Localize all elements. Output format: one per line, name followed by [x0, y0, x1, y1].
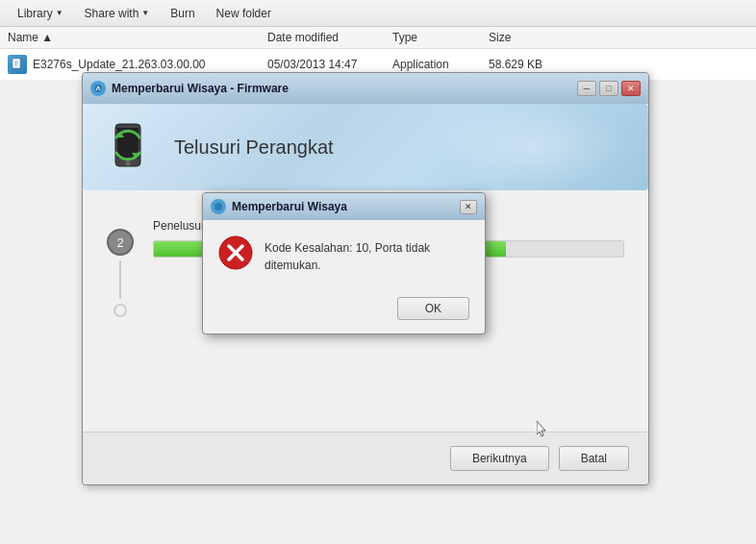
title-controls: ─ □ ✕: [577, 81, 641, 96]
ok-button[interactable]: OK: [397, 297, 469, 320]
svg-point-8: [126, 161, 131, 165]
dialog-actions: Berikutnya Batal: [83, 432, 648, 484]
error-content: Kode Kesalahan: 10, Porta tidak ditemuka…: [203, 220, 485, 289]
main-dialog-titlebar: Memperbarui Wisaya - Firmware ─ □ ✕: [83, 73, 648, 104]
minimize-button[interactable]: ─: [577, 81, 596, 96]
dialog-header-banner: Telusuri Perangkat: [83, 104, 648, 190]
error-actions: OK: [203, 289, 485, 334]
file-date-cell: 05/03/2013 14:47: [267, 58, 392, 71]
error-dialog-titlebar: Memperbarui Wisaya ✕: [203, 193, 485, 220]
phone-icon: [102, 116, 155, 179]
step-line: [119, 260, 121, 299]
step-2-circle: 2: [107, 229, 134, 256]
maximize-button[interactable]: □: [599, 81, 618, 96]
col-date-header[interactable]: Date modified: [267, 31, 392, 44]
file-explorer: Library ▼ Share with ▼ Burn New folder N…: [0, 0, 756, 544]
col-type-header[interactable]: Type: [392, 31, 489, 44]
column-headers: Name ▲ Date modified Type Size: [0, 27, 756, 49]
svg-point-11: [214, 203, 222, 210]
error-message: Kode Kesalahan: 10, Porta tidak ditemuka…: [265, 235, 469, 274]
file-name-cell: E3276s_Update_21.263.03.00.00: [8, 55, 267, 74]
file-icon: [8, 55, 27, 74]
library-button[interactable]: Library ▼: [8, 5, 73, 22]
file-size-cell: 58.629 KB: [489, 58, 585, 71]
dialog-header-title: Telusuri Perangkat: [174, 136, 334, 159]
main-dialog-title: Memperbarui Wisaya - Firmware: [112, 82, 571, 95]
error-close-button[interactable]: ✕: [460, 200, 477, 214]
toolbar: Library ▼ Share with ▼ Burn New folder: [0, 0, 756, 27]
error-dialog-title: Memperbarui Wisaya: [232, 200, 454, 213]
library-chevron-icon: ▼: [56, 9, 63, 17]
burn-button[interactable]: Burn: [161, 5, 204, 22]
dialog-app-icon: [90, 81, 106, 96]
steps-column: 2: [107, 219, 134, 317]
new-folder-button[interactable]: New folder: [207, 5, 281, 22]
col-name-header[interactable]: Name ▲: [8, 31, 267, 44]
file-type-cell: Application: [392, 58, 489, 71]
next-button[interactable]: Berikutnya: [450, 446, 549, 471]
error-dialog-icon: [211, 199, 226, 214]
main-dialog-close-button[interactable]: ✕: [621, 81, 641, 96]
share-with-button[interactable]: Share with ▼: [75, 5, 160, 22]
col-size-header[interactable]: Size: [489, 31, 585, 44]
step-next-circle: [113, 304, 127, 317]
error-dialog: Memperbarui Wisaya ✕ Kode Kesalahan: 10,…: [202, 192, 486, 334]
cancel-button[interactable]: Batal: [559, 446, 629, 471]
error-icon: [218, 235, 253, 270]
share-chevron-icon: ▼: [141, 9, 149, 17]
